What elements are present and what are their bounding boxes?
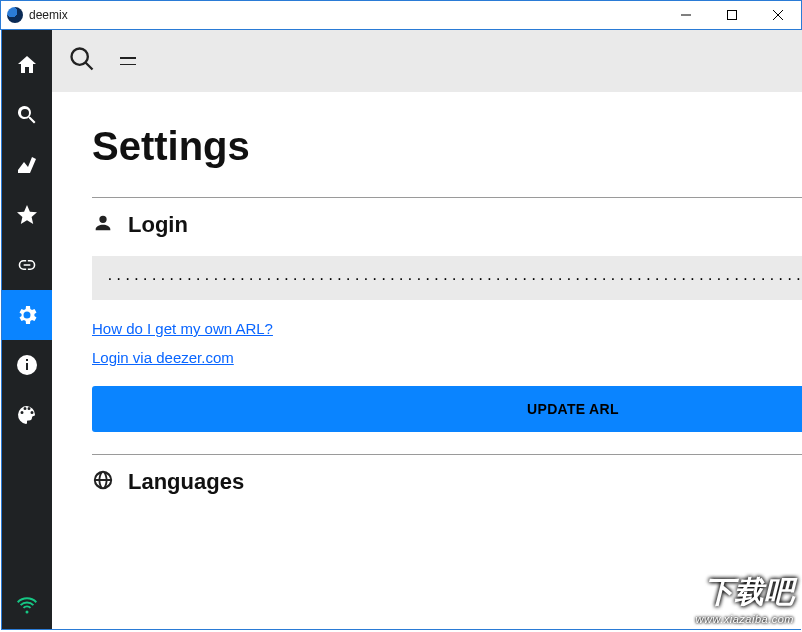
arl-input[interactable]: ········································… — [92, 256, 802, 300]
globe-icon — [92, 469, 114, 495]
arl-help-link[interactable]: How do I get my own ARL? — [92, 320, 273, 337]
nav-search[interactable] — [2, 90, 52, 140]
content-area: Settings Login ·························… — [52, 30, 802, 629]
divider — [92, 197, 802, 198]
nav-favorites[interactable] — [2, 190, 52, 240]
sidebar — [2, 30, 52, 629]
divider — [92, 454, 802, 455]
svg-line-8 — [86, 63, 93, 70]
app-icon — [7, 7, 23, 23]
window-title: deemix — [29, 8, 68, 22]
deezer-login-link[interactable]: Login via deezer.com — [92, 349, 234, 366]
page-title: Settings — [92, 124, 802, 169]
close-button[interactable] — [755, 1, 801, 29]
menu-icon[interactable] — [120, 57, 136, 65]
nav-settings[interactable] — [2, 290, 52, 340]
update-arl-button[interactable]: UPDATE ARL — [92, 386, 802, 432]
topbar — [52, 30, 802, 92]
languages-heading: Languages — [128, 469, 244, 495]
nav-about[interactable] — [2, 340, 52, 390]
window-titlebar: deemix — [0, 0, 802, 30]
login-section-header: Login — [92, 212, 802, 238]
svg-rect-1 — [728, 11, 737, 20]
nav-home[interactable] — [2, 40, 52, 90]
connection-status-icon — [2, 579, 52, 629]
nav-theme[interactable] — [2, 390, 52, 440]
search-icon[interactable] — [68, 45, 96, 77]
svg-rect-5 — [26, 363, 28, 370]
person-icon — [92, 212, 114, 238]
minimize-button[interactable] — [663, 1, 709, 29]
svg-rect-6 — [26, 359, 28, 361]
maximize-button[interactable] — [709, 1, 755, 29]
svg-point-7 — [72, 49, 88, 65]
languages-section-header: Languages — [92, 469, 802, 495]
nav-charts[interactable] — [2, 140, 52, 190]
nav-link-analyzer[interactable] — [2, 240, 52, 290]
login-heading: Login — [128, 212, 188, 238]
